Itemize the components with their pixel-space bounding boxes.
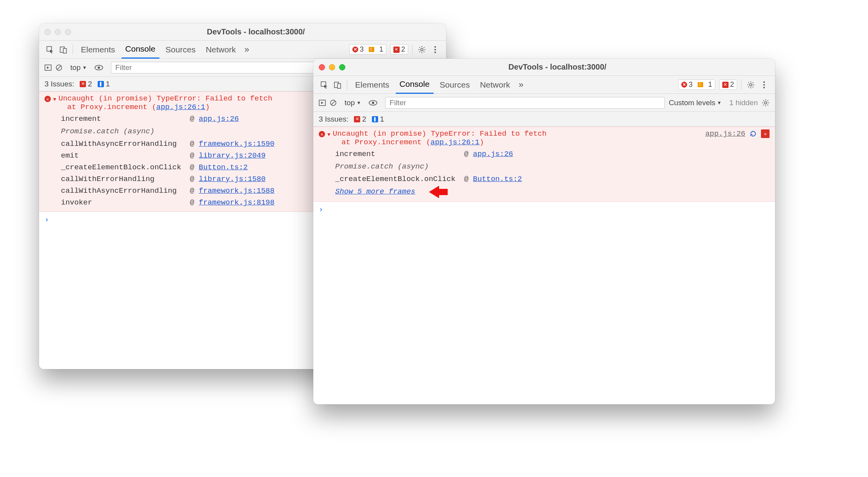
error-source-link-right[interactable]: app.js:26 [705,129,745,138]
stack-link[interactable]: Button.ts:2 [473,175,522,183]
settings-icon[interactable] [745,79,756,90]
warning-icon [698,82,703,87]
svg-point-15 [750,84,752,86]
error-badge-icon: ✕ [319,131,325,137]
stack-link[interactable]: framework.js:1588 [199,186,275,195]
zoom-dot[interactable] [65,29,71,35]
issues-label: 3 Issues: [45,80,74,88]
status-badges[interactable]: ✕3 1 ✕2 [349,44,408,55]
svg-line-9 [57,66,61,70]
device-toggle-icon[interactable] [58,44,69,55]
tab-network[interactable]: Network [202,41,240,58]
filter-input[interactable] [385,97,665,109]
error-source-link[interactable]: app.js:26:1 [156,103,205,111]
log-levels-selector[interactable]: Custom levels ▼ [669,99,722,107]
zoom-dot[interactable] [339,64,345,70]
svg-point-5 [434,49,436,50]
context-selector[interactable]: top ▼ [345,99,361,107]
stack-frame: _createElementBlock.onClick@ Button.ts:2 [335,173,770,185]
console-settings-icon[interactable] [762,99,770,107]
svg-point-16 [763,81,765,83]
stack-link[interactable]: app.js:26 [199,115,239,123]
stack-link[interactable]: Button.ts:2 [199,163,248,172]
disclosure-triangle-icon[interactable]: ▼ [53,97,56,102]
svg-point-18 [763,87,765,88]
kebab-menu-icon[interactable] [430,44,441,55]
titlebar: DevTools - localhost:3000/ [39,23,446,41]
more-tabs-icon[interactable]: » [516,80,526,90]
blocked-icon: ✕ [393,47,400,53]
warning-count: 1 [379,45,383,54]
inspect-element-icon[interactable] [319,79,330,90]
traffic-lights [45,29,71,35]
error-icon: ✕ [681,82,687,88]
clear-console-icon[interactable] [55,64,63,71]
svg-point-3 [421,48,423,51]
tab-sources[interactable]: Sources [436,76,474,93]
svg-point-23 [372,102,374,104]
minimize-dot[interactable] [55,29,61,35]
tab-bar: Elements Console Sources Network » ✕3 1 … [39,41,446,59]
tab-sources[interactable]: Sources [162,41,200,58]
window-title: DevTools - localhost:3000/ [71,27,441,36]
svg-point-4 [434,46,436,48]
error-badge-icon: ✕ [45,96,51,102]
tab-console[interactable]: Console [396,75,434,94]
devtools-window-right: DevTools - localhost:3000/ Elements Cons… [313,59,775,404]
stack-link[interactable]: framework.js:8198 [199,198,275,207]
window-title: DevTools - localhost:3000/ [345,63,770,72]
tab-bar: Elements Console Sources Network » ✕3 1 … [313,76,775,94]
tab-elements[interactable]: Elements [77,41,119,58]
stack-link[interactable]: library.js:1580 [199,175,266,183]
status-badges[interactable]: ✕3 1 ✕2 [678,79,737,90]
inspect-element-icon[interactable] [45,44,55,55]
error-location: at Proxy.increment (app.js:26:1) [319,138,770,147]
arrow-left-icon [429,186,439,198]
tab-network[interactable]: Network [476,76,514,93]
stack-trace: increment@ app.js:26 Promise.catch (asyn… [319,148,770,198]
show-more-frames-link[interactable]: Show 5 more frames [335,185,415,198]
svg-point-6 [434,52,436,53]
svg-rect-14 [338,84,341,88]
error-entry[interactable]: ✕ ▼ Uncaught (in promise) TypeError: Fai… [313,127,775,202]
toggle-sidebar-icon[interactable] [319,99,326,106]
live-expression-icon[interactable] [95,65,103,71]
stack-link[interactable]: library.js:2049 [199,151,266,160]
toggle-sidebar-icon[interactable] [45,64,52,71]
issues-bar[interactable]: 3 Issues: ✕2 ❚1 [313,112,775,127]
disclosure-triangle-icon[interactable]: ▼ [327,132,330,138]
svg-point-24 [764,102,767,104]
clear-console-icon[interactable] [330,99,337,106]
console-prompt[interactable]: › [313,202,775,217]
minimize-dot[interactable] [329,64,335,70]
tab-console[interactable]: Console [121,40,159,59]
close-dot[interactable] [319,64,325,70]
tab-elements[interactable]: Elements [351,76,393,93]
svg-line-21 [331,101,335,105]
warning-icon [369,47,374,52]
dismiss-error-icon[interactable]: ✕ [761,129,770,138]
console-toolbar: top ▼ Custom levels ▼ 1 hidden [313,94,775,112]
hidden-count: 1 hidden [729,99,758,107]
async-boundary: Promise.catch (async) [335,160,770,173]
context-selector[interactable]: top ▼ [70,63,87,72]
reload-icon[interactable] [749,130,757,138]
stack-link[interactable]: app.js:26 [473,150,513,158]
blocked-icon: ✕ [722,82,729,88]
traffic-lights [319,64,345,70]
issue-info-icon: ❚ [372,116,378,122]
stack-frame: increment@ app.js:26 [335,148,770,160]
kebab-menu-icon[interactable] [759,79,770,90]
close-dot[interactable] [45,29,51,35]
settings-icon[interactable] [416,44,427,55]
stack-link[interactable]: framework.js:1590 [199,140,275,148]
error-count: 3 [360,45,364,54]
error-source-link[interactable]: app.js:26:1 [430,138,479,147]
live-expression-icon[interactable] [369,100,377,106]
device-toggle-icon[interactable] [332,79,343,90]
issue-error-icon: ✕ [354,116,360,122]
blocked-count: 2 [401,45,405,54]
console-output: ✕ ▼ Uncaught (in promise) TypeError: Fai… [313,127,775,217]
svg-point-17 [763,84,765,86]
more-tabs-icon[interactable]: » [242,45,252,55]
